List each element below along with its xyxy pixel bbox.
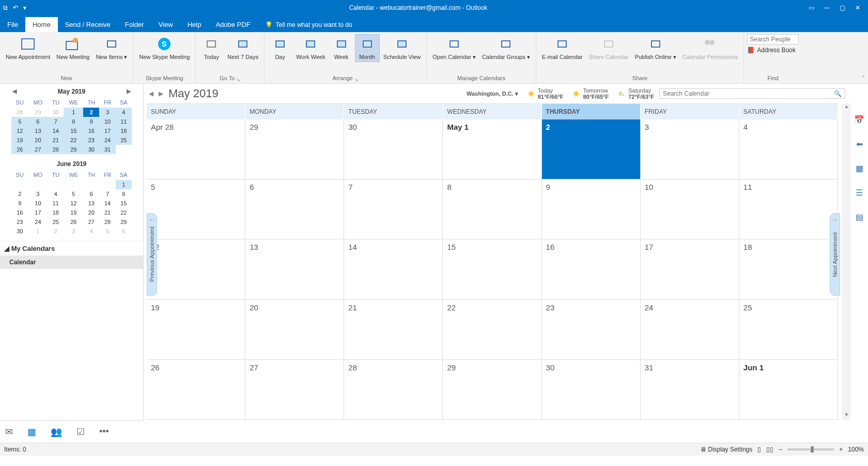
scroll-up-icon[interactable]: ▲ — [843, 103, 850, 112]
calendar-cell[interactable]: 11 — [739, 179, 838, 239]
minical-day[interactable]: 30 — [11, 227, 28, 236]
tab-adobe-pdf[interactable]: Adobe PDF — [208, 17, 257, 32]
customize-qat-icon[interactable]: ▾ — [23, 4, 26, 11]
weather-tomorrow[interactable]: ☀️Tomorrow80°F/65°F — [572, 87, 609, 100]
calendar-cell[interactable]: 23 — [542, 300, 641, 360]
calendar-icon[interactable]: ▦ — [27, 426, 36, 438]
weather-location[interactable]: Washington, D.C. ▾ — [467, 91, 518, 97]
minical-day[interactable]: 24 — [99, 136, 115, 145]
minical-day[interactable]: 2 — [83, 108, 99, 117]
tab-send-receive[interactable]: Send / Receive — [58, 17, 118, 32]
minical-day[interactable]: 5 — [99, 227, 115, 236]
calendar-cell[interactable]: 16 — [542, 239, 641, 299]
shortcut-day-icon[interactable]: 📅 — [854, 115, 864, 125]
tell-me[interactable]: 💡 Tell me what you want to do — [258, 18, 360, 32]
minical-day[interactable]: 13 — [28, 126, 48, 136]
calendar-cell[interactable]: 18 — [739, 239, 838, 299]
publish-online-button[interactable]: Publish Online ▾ — [632, 34, 679, 62]
calendar-cell[interactable]: 13 — [245, 239, 344, 299]
minical-day[interactable]: 9 — [11, 199, 28, 208]
minical-day[interactable]: 10 — [99, 117, 115, 126]
minical-day[interactable]: 3 — [64, 227, 83, 236]
calendar-cell[interactable]: 4 — [739, 119, 838, 179]
goto-dialog-launcher-icon[interactable]: ↘ — [236, 77, 240, 82]
minical-day[interactable]: 29 — [64, 145, 83, 154]
minical-day[interactable]: 11 — [48, 199, 64, 208]
minical-day[interactable]: 20 — [83, 208, 99, 217]
minical-day[interactable]: 18 — [48, 208, 64, 217]
zoom-slider[interactable] — [787, 448, 834, 450]
minical-day[interactable] — [116, 145, 132, 154]
calendar-cell[interactable]: Apr 28 — [147, 119, 245, 179]
arrange-dialog-launcher-icon[interactable]: ↘ — [354, 77, 359, 82]
minical-day[interactable]: 22 — [116, 208, 132, 217]
calendar-cell[interactable]: 8 — [443, 179, 541, 239]
search-calendar-input[interactable] — [663, 90, 834, 97]
minical-day[interactable]: 12 — [11, 126, 28, 136]
tab-help[interactable]: Help — [180, 17, 209, 32]
minical-day[interactable]: 17 — [28, 208, 48, 217]
collapse-ribbon-icon[interactable]: ˄ — [862, 75, 865, 82]
workweek-button[interactable]: Work Week — [293, 34, 328, 62]
minical-day[interactable]: 20 — [28, 136, 48, 145]
calendar-cell[interactable]: 30 — [344, 119, 443, 179]
calendar-cell[interactable]: 31 — [641, 360, 739, 420]
calendar-cell[interactable]: 26 — [147, 360, 245, 420]
weather-today[interactable]: ☀️Today81°F/66°F — [528, 87, 564, 100]
calendar-cell[interactable]: 12 — [147, 239, 245, 299]
shortcut-week-icon[interactable]: ▦ — [856, 163, 863, 173]
tasks-icon[interactable]: ☑ — [76, 426, 85, 438]
minical-day[interactable]: 1 — [116, 180, 132, 189]
minical-day[interactable]: 6 — [28, 117, 48, 126]
minical-day[interactable]: 15 — [116, 199, 132, 208]
view-reading-icon[interactable]: ▯▯ — [766, 446, 773, 453]
minical-day[interactable]: 6 — [83, 189, 99, 199]
minical-day[interactable]: 3 — [28, 189, 48, 199]
next-appointment-tab[interactable]: →Next Appointment — [830, 213, 840, 296]
shortcut-month-icon[interactable]: ▤ — [856, 212, 863, 222]
minical-day[interactable]: 26 — [11, 145, 28, 154]
minical-day[interactable]: 27 — [28, 145, 48, 154]
minical-day[interactable] — [11, 180, 28, 189]
calendar-cell[interactable]: 5 — [147, 179, 245, 239]
calendar-list-item[interactable]: Calendar — [0, 255, 143, 269]
month-button[interactable]: Month — [355, 34, 380, 62]
minical-day[interactable]: 23 — [83, 136, 99, 145]
minical-day[interactable]: 23 — [11, 217, 28, 227]
today-button[interactable]: Today — [199, 34, 224, 62]
address-book-button[interactable]: 📕Address Book — [747, 47, 799, 54]
minical-day[interactable]: 3 — [99, 108, 115, 117]
minical-day[interactable]: 8 — [116, 189, 132, 199]
minical-prev-icon[interactable]: ◀ — [12, 88, 17, 95]
close-icon[interactable]: ✕ — [854, 4, 862, 11]
minical-day[interactable]: 28 — [99, 217, 115, 227]
display-settings-button[interactable]: 🖥 Display Settings — [700, 446, 752, 453]
tab-view[interactable]: View — [151, 17, 180, 32]
undo-icon[interactable]: ↶ — [13, 4, 18, 11]
calendar-cell[interactable]: 7 — [344, 179, 443, 239]
more-icon[interactable]: ••• — [99, 426, 109, 437]
zoom-in-icon[interactable]: + — [839, 446, 843, 453]
minical-day[interactable]: 5 — [11, 117, 28, 126]
calendar-cell[interactable]: Jun 1 — [739, 360, 838, 420]
minical-day[interactable]: 16 — [83, 126, 99, 136]
minical-day[interactable]: 28 — [11, 108, 28, 117]
calendar-cell[interactable]: 27 — [245, 360, 344, 420]
minical-day[interactable]: 17 — [99, 126, 115, 136]
minical-day[interactable] — [48, 180, 64, 189]
tab-file[interactable]: File — [0, 17, 25, 32]
search-people-input[interactable] — [747, 34, 799, 44]
minical-day[interactable]: 28 — [48, 145, 64, 154]
calendar-cell[interactable]: 6 — [245, 179, 344, 239]
minical-day[interactable]: 29 — [116, 217, 132, 227]
minical-next-icon[interactable]: ▶ — [127, 88, 131, 95]
open-calendar-button[interactable]: Open Calendar ▾ — [430, 34, 478, 62]
minical-day[interactable] — [99, 180, 115, 189]
calendar-cell[interactable]: 19 — [147, 300, 245, 360]
qat-icon[interactable]: ⧉ — [3, 4, 8, 11]
minimize-icon[interactable]: — — [823, 4, 831, 11]
minical-day[interactable]: 18 — [116, 126, 132, 136]
minical-day[interactable]: 25 — [48, 217, 64, 227]
calendar-cell[interactable]: 17 — [641, 239, 739, 299]
minical-day[interactable]: 29 — [28, 108, 48, 117]
